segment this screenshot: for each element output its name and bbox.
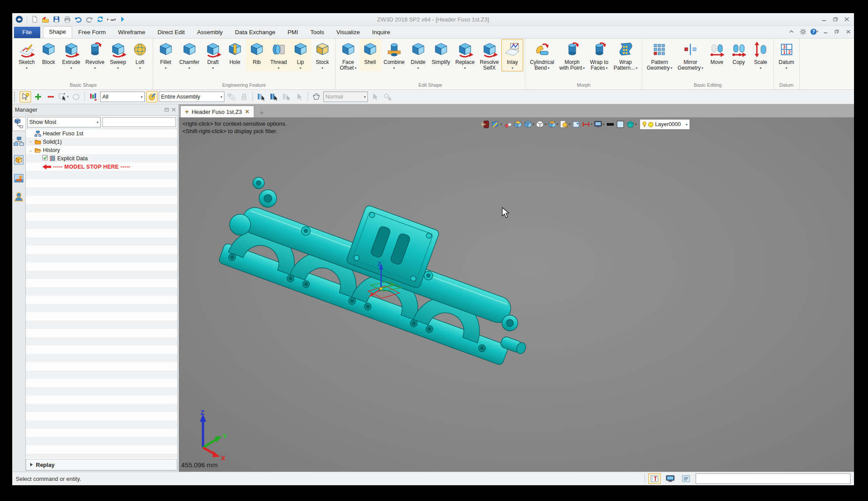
doc-restore-icon[interactable] <box>833 28 841 35</box>
doc-close-icon[interactable] <box>844 28 852 35</box>
lock-icon[interactable] <box>238 91 250 102</box>
menu-tab-assembly[interactable]: Assembly <box>191 27 229 38</box>
pick-cursor-icon[interactable] <box>369 91 381 102</box>
ribbon-button-extrude[interactable]: Extrude▾ <box>60 39 83 71</box>
menu-tab-inquire[interactable]: Inquire <box>366 27 396 38</box>
display-mode-icon[interactable] <box>311 91 322 102</box>
document-tab[interactable]: + Header Fuso 1st.Z3 ✕ <box>180 106 254 117</box>
ribbon-button-block[interactable]: Block <box>38 39 60 71</box>
menu-tab-pmi[interactable]: PMI <box>281 27 304 38</box>
ribbon-button-cylindrical-bend[interactable]: CylindricalBend▾ <box>527 39 556 71</box>
doc-minimize-icon[interactable] <box>822 28 830 35</box>
print-icon[interactable] <box>63 15 72 24</box>
menu-tab-visualize[interactable]: Visualize <box>330 27 366 38</box>
pick-command-icon[interactable] <box>20 91 31 102</box>
tree-item-solid-1[interactable]: ›Solid(1) <box>26 138 177 146</box>
list-filter-2-icon[interactable] <box>268 91 280 102</box>
lasso-select-icon[interactable] <box>70 91 82 102</box>
new-document-icon[interactable] <box>30 15 39 24</box>
snap-icon[interactable] <box>226 91 237 102</box>
ribbon-button-sweep[interactable]: Sweep▾ <box>107 39 129 71</box>
ribbon-button-mirror-geometry[interactable]: MirrorGeometry▾ <box>675 39 706 71</box>
manager-tab-role-manager[interactable] <box>12 191 25 205</box>
iso-view-icon[interactable]: ▾ <box>547 120 559 129</box>
menu-tab-shape[interactable]: Shape <box>43 26 72 38</box>
display-icon[interactable]: ▾ <box>593 120 605 129</box>
list-filter-3-icon[interactable] <box>281 91 292 102</box>
ribbon-button-revolve[interactable]: Revolve▾ <box>83 39 107 71</box>
menu-tab-free-form[interactable]: Free Form <box>72 27 112 38</box>
ribbon-button-morph-with-point[interactable]: Morphwith Point▾ <box>557 39 588 71</box>
ribbon-button-divide[interactable]: Divide▾ <box>407 39 429 71</box>
view-style-icon[interactable]: ▾ <box>491 120 503 129</box>
ribbon-button-copy[interactable]: Copy <box>728 39 750 71</box>
manager-tab-visual-manager[interactable] <box>12 154 25 168</box>
save-icon[interactable] <box>52 15 61 24</box>
new-tab-button[interactable]: + <box>256 107 268 117</box>
help-icon[interactable]: ?▾ <box>810 28 818 35</box>
shade-cube-icon[interactable] <box>513 120 523 129</box>
ribbon-button-wrap-to-faces[interactable]: Wrap toFaces▾ <box>588 39 611 71</box>
shaded-view-icon[interactable]: ▾ <box>523 120 535 129</box>
ribbon-button-wrap-pattern[interactable]: WrapPattern...▾ <box>611 39 640 71</box>
tree-search-input[interactable] <box>102 117 176 127</box>
file-menu[interactable]: File <box>14 27 40 38</box>
refresh-icon[interactable] <box>96 15 105 24</box>
wireframe-view-icon[interactable]: ▾ <box>535 120 547 129</box>
pick-box-icon[interactable]: ▾ <box>58 91 69 102</box>
message-log-icon[interactable] <box>680 473 692 484</box>
close-button[interactable] <box>842 15 851 23</box>
zoom-icon[interactable]: ▾ <box>559 120 571 129</box>
filter-icon[interactable] <box>88 91 99 102</box>
ribbon-button-face-offset[interactable]: FaceOffset▾ <box>337 39 359 71</box>
tree-item-explicit-data[interactable]: Explicit Data <box>26 154 177 162</box>
display-mode-combo[interactable]: Normal▾ <box>323 92 368 102</box>
tree-item-model-stop-here[interactable]: ----- MODEL STOP HERE ----- <box>26 162 177 171</box>
display-monitor-icon[interactable] <box>664 473 676 484</box>
manager-close-icon[interactable] <box>172 106 176 113</box>
ribbon-button-hole[interactable]: Hole <box>224 39 246 71</box>
ribbon-button-stock[interactable]: Stock▾ <box>312 39 333 71</box>
ribbon-button-combine[interactable]: Combine▾ <box>381 39 407 71</box>
ribbon-button-replace[interactable]: Replace▾ <box>453 39 477 71</box>
layer-combo[interactable]: Layer0000▾ <box>640 119 690 130</box>
ribbon-button-simplify[interactable]: Simplify <box>429 39 453 71</box>
menu-tab-wireframe[interactable]: Wireframe <box>112 27 151 38</box>
list-filter-1-icon[interactable] <box>256 91 267 102</box>
ribbon-button-rib[interactable]: Rib <box>246 39 268 71</box>
viewport-3d[interactable]: <right-click> for context-sensitive opti… <box>179 117 854 472</box>
tree-item-history[interactable]: ⌄History <box>26 146 177 154</box>
restore-button[interactable] <box>830 15 840 23</box>
manager-tab-render-manager[interactable] <box>12 172 25 186</box>
tree-checkbox[interactable] <box>42 155 48 162</box>
undo-icon[interactable] <box>74 15 83 24</box>
settings-gear-icon[interactable] <box>799 28 807 35</box>
ribbon-button-inlay[interactable]: Inlay▾ <box>501 39 523 71</box>
remove-entity-icon[interactable] <box>45 91 56 102</box>
background-icon[interactable] <box>616 120 625 129</box>
ribbon-button-resolve-selfx[interactable]: ResolveSelfX <box>477 39 501 71</box>
window-icon[interactable] <box>571 120 581 129</box>
manager-tab-assembly-manager[interactable] <box>12 135 25 149</box>
manager-tab-manager-tree[interactable] <box>12 117 25 131</box>
expand-toggle[interactable]: ⌄ <box>28 148 33 152</box>
tree-filter-combo[interactable]: Show Most▾ <box>27 117 101 127</box>
datum-plane-widget[interactable]: Z <box>363 260 404 308</box>
erase-icon[interactable] <box>503 120 513 129</box>
ribbon-button-sketch[interactable]: Sketch▾ <box>16 39 38 71</box>
ribbon-button-lip[interactable]: Lip▾ <box>290 39 312 71</box>
menu-tab-data-exchange[interactable]: Data Exchange <box>229 27 281 38</box>
pick-settings-icon[interactable] <box>382 91 393 102</box>
redo-icon[interactable] <box>85 15 94 24</box>
ribbon-button-move[interactable]: Move <box>706 39 728 71</box>
add-entity-icon[interactable] <box>32 91 44 102</box>
manager-restore-icon[interactable] <box>164 106 169 113</box>
ribbon-button-draft[interactable]: Draft▾ <box>202 39 224 71</box>
ribbon-button-fillet[interactable]: Fillet▾ <box>155 39 177 71</box>
ribbon-button-datum[interactable]: 312Datum▾ <box>776 39 798 71</box>
ribbon-button-chamfer[interactable]: Chamfer▾ <box>177 39 202 71</box>
replay-section[interactable]: Replay <box>26 459 177 470</box>
menu-tab-tools[interactable]: Tools <box>304 27 330 38</box>
measure-icon[interactable]: ▾ <box>581 120 593 129</box>
edge-display-icon[interactable] <box>606 120 615 129</box>
